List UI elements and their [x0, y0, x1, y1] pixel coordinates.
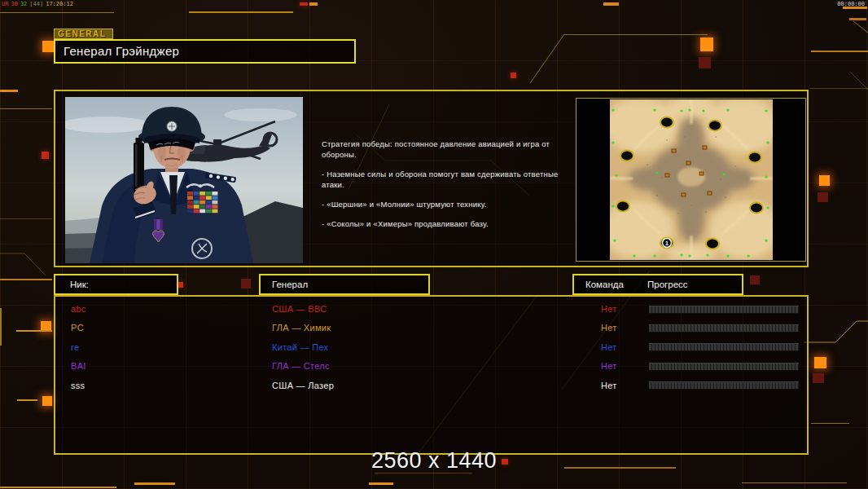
strategy-line: - Наземные силы и оборона помогут вам сд…: [322, 169, 571, 190]
decor-line: [134, 482, 175, 485]
player-nick: BAI: [71, 357, 86, 376]
decor-dash: [309, 2, 318, 6]
decor-line: [0, 12, 114, 13]
decor-line: [811, 423, 849, 424]
player-team: Нет: [601, 300, 617, 319]
decor-square: [241, 279, 251, 289]
decor-line: [17, 399, 37, 401]
decor-line: [16, 330, 52, 332]
debug-metric-d: [44]: [29, 1, 43, 7]
strategy-line: - «Соколы» и «Химеры» продавливают базу.: [322, 218, 571, 229]
decor-square: [814, 357, 826, 368]
table-row: PC ГЛА — Химик Нет: [55, 319, 807, 337]
progress-header-label: Прогресс: [647, 275, 688, 293]
player-team: Нет: [601, 377, 617, 395]
general-tab-label: GENERAL: [54, 29, 113, 39]
decor-line: [742, 482, 847, 483]
player-progress-bar: [649, 343, 799, 351]
decor-line: [0, 108, 52, 109]
player-progress-bar: [649, 324, 799, 333]
debug-time: 17:20:12: [46, 1, 73, 7]
decor-square: [511, 73, 516, 78]
decor-square: [750, 275, 760, 284]
player-nick: PC: [71, 319, 84, 337]
table-row: abc США — ВВС Нет: [55, 300, 807, 319]
team-header-label: Команда: [585, 280, 624, 289]
game-clock: 00:00:00: [837, 1, 865, 7]
player-progress-bar: [649, 381, 799, 390]
decor-square: [813, 373, 824, 383]
player-nick: abc: [71, 300, 86, 319]
player-nick: re: [71, 338, 79, 357]
decor-square: [178, 282, 183, 288]
general-info-panel: Стратегия победы: постоянное давление ав…: [54, 90, 809, 267]
resolution-overlay: 2560 x 1440: [371, 448, 497, 474]
decor-line: [564, 467, 676, 469]
decor-line: [564, 34, 708, 35]
decor-line: [0, 487, 116, 488]
start-position-marker: 1: [662, 239, 671, 248]
strategy-text: Стратегия победы: постоянное давление ав…: [322, 139, 571, 238]
decor-square: [42, 41, 54, 52]
decor-line: [0, 308, 2, 346]
debug-readout: UR3032[44]17:20:12: [2, 1, 76, 7]
decor-dash: [603, 2, 619, 6]
nick-column-header: Ник:: [54, 274, 178, 295]
player-general: ГЛА — Химик: [272, 319, 331, 337]
debug-metric-b: 30: [11, 1, 17, 7]
strategy-line: Стратегия победы: постоянное давление ав…: [322, 139, 571, 160]
general-column-header: Генерал: [259, 274, 430, 295]
page-title: Генерал Грэйнджер: [64, 44, 179, 58]
map-preview: 1: [610, 99, 773, 260]
general-header-label: Генерал: [272, 280, 308, 289]
player-general: США — ВВС: [272, 300, 327, 319]
general-portrait-image: [65, 97, 303, 263]
player-table-panel: abc США — ВВС Нет PC ГЛА — Химик Нет re …: [54, 295, 809, 455]
decor-square: [700, 37, 713, 51]
table-row: re Китай — Пех Нет: [55, 338, 807, 357]
nick-header-label: Ник:: [70, 280, 89, 289]
map-preview-box: 1: [576, 98, 806, 262]
player-team: Нет: [601, 357, 617, 376]
general-portrait: [65, 97, 303, 263]
decor-square: [42, 396, 52, 406]
player-general: Китай — Пех: [272, 338, 328, 357]
svg-text:1: 1: [665, 240, 669, 246]
debug-metric-a: UR: [2, 1, 8, 7]
decor-square: [699, 57, 711, 68]
decor-line: [369, 482, 393, 485]
decor-line: [189, 11, 293, 13]
general-title-box: Генерал Грэйнджер: [54, 39, 356, 64]
player-progress-bar: [649, 306, 799, 314]
strategy-line: - «Шершни» и «Молнии» штурмуют технику.: [322, 199, 571, 209]
player-general: США — Лазер: [272, 377, 334, 395]
table-row: sss США — Лазер Нет: [55, 377, 807, 395]
player-team: Нет: [601, 319, 617, 337]
decor-line: [810, 88, 868, 89]
decor-square: [502, 459, 508, 465]
player-rows: abc США — ВВС Нет PC ГЛА — Химик Нет re …: [55, 300, 807, 395]
decor-line: [0, 218, 52, 219]
decor-square: [818, 192, 828, 202]
decor-line: [0, 90, 18, 92]
player-nick: sss: [71, 377, 85, 395]
decor-line: [811, 51, 868, 52]
table-row: BAI ГЛА — Стелс Нет: [55, 357, 807, 376]
player-general: ГЛА — Стелс: [272, 357, 330, 376]
player-team: Нет: [601, 338, 617, 357]
service-ribbons: [187, 192, 217, 213]
decor-dash: [849, 18, 866, 20]
decor-square: [819, 175, 830, 186]
team-progress-column-header: Команда Прогресс: [572, 274, 743, 295]
decor-line: [0, 279, 52, 280]
debug-metric-c: 32: [20, 1, 27, 7]
decor-dash: [300, 2, 308, 6]
player-progress-bar: [649, 363, 799, 371]
decor-square: [42, 152, 49, 159]
